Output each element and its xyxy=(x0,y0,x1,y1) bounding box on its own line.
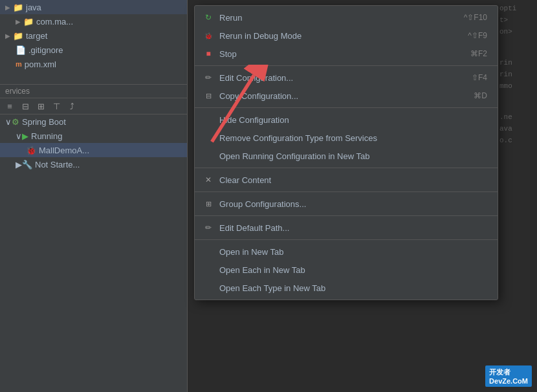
toolbar-btn-1[interactable]: ≡ xyxy=(4,100,16,112)
menu-item-edit-default-path[interactable]: ✏ Edit Default Path... xyxy=(195,219,498,240)
edit-default-path-icon: ✏ xyxy=(203,222,214,234)
arrow-icon: ▶ xyxy=(16,18,21,25)
tree-item-pom-label: pom.xml xyxy=(25,60,56,69)
rerun-debug-icon: 🐞 xyxy=(203,30,214,41)
folder-icon-com: 📁 xyxy=(23,17,34,27)
group-configs-label: Group Configurations... xyxy=(219,199,487,209)
tree-item-com-label: com.ma... xyxy=(36,17,73,27)
stop-label: Stop xyxy=(219,49,451,59)
remove-config-type-label: Remove Configuration Type from Services xyxy=(219,133,487,143)
open-each-new-tab-label: Open Each in New Tab xyxy=(219,265,487,275)
open-running-label: Open Running Configuration in New Tab xyxy=(219,151,487,161)
rerun-debug-label: Rerun in Debug Mode xyxy=(219,31,448,41)
toolbar-btn-3[interactable]: ⊞ xyxy=(35,100,47,112)
toolbar-btn-filter[interactable]: ⊤ xyxy=(50,100,62,112)
mall-demo-icon: 🐞 xyxy=(26,146,36,155)
menu-item-open-running[interactable]: Open Running Configuration in New Tab xyxy=(195,147,498,168)
tree-item-com[interactable]: ▶ 📁 com.ma... xyxy=(0,14,187,28)
edit-config-label: Edit Configuration... xyxy=(219,73,452,83)
copy-config-icon: ⊟ xyxy=(203,90,214,102)
code-lines: opti t> on> rin rin mmo .ne ava o.c xyxy=(498,0,537,149)
menu-item-open-new-tab[interactable]: Open in New Tab xyxy=(195,243,498,261)
remove-config-type-icon xyxy=(203,132,214,144)
tree-item-gitignore-label: .gitignore xyxy=(28,45,63,55)
arrow-icon: ▶ xyxy=(5,4,10,11)
left-panel: ▶ 📁 java ▶ 📁 com.ma... ▶ 📁 target 📄 .git… xyxy=(0,0,188,392)
edit-config-icon: ✏ xyxy=(203,72,214,83)
menu-item-edit-config[interactable]: ✏ Edit Configuration... ⇧F4 xyxy=(195,69,498,87)
tree-item-pom[interactable]: m pom.xml xyxy=(0,57,187,71)
stop-shortcut: ⌘F2 xyxy=(470,49,487,58)
watermark-line2: DevZe.CoM xyxy=(489,377,528,385)
group-configs-icon: ⊞ xyxy=(203,198,214,210)
toolbar-btn-2[interactable]: ⊟ xyxy=(19,100,31,112)
watermark: 开发者 DevZe.CoM xyxy=(485,365,532,387)
rerun-debug-shortcut: ^⇧F9 xyxy=(468,31,487,40)
copy-config-label: Copy Configuration... xyxy=(219,91,454,101)
rerun-label: Rerun xyxy=(219,13,444,23)
open-each-type-new-tab-icon xyxy=(203,282,214,294)
clear-content-icon: ✕ xyxy=(203,174,214,186)
mall-demo-label: MallDemoA... xyxy=(39,146,89,155)
services-label: ervices xyxy=(0,84,187,98)
open-new-tab-label: Open in New Tab xyxy=(219,247,487,257)
menu-item-hide-config[interactable]: Hide Configuration xyxy=(195,111,498,129)
watermark-line1: 开发者 xyxy=(489,367,528,377)
tree-item-java-label: java xyxy=(26,3,41,12)
menu-item-open-each-new-tab[interactable]: Open Each in New Tab xyxy=(195,261,498,279)
rerun-shortcut: ^⇧F10 xyxy=(464,13,487,22)
spring-boot-item[interactable]: ∨ ⚙ Spring Boot xyxy=(0,114,187,129)
clear-content-label: Clear Content xyxy=(219,175,487,185)
edit-default-path-label: Edit Default Path... xyxy=(219,223,487,233)
toolbar-btn-export[interactable]: ⤴ xyxy=(66,100,78,112)
tree-item-target[interactable]: ▶ 📁 target xyxy=(0,28,187,43)
right-panel: opti t> on> rin rin mmo .ne ava o.c xyxy=(498,0,537,392)
arrow-running: ∨ xyxy=(16,131,22,141)
not-started-label: Not Starte... xyxy=(35,160,80,169)
run-icon: ▶ xyxy=(22,131,28,141)
services-toolbar: ≡ ⊟ ⊞ ⊤ ⤴ xyxy=(0,98,187,114)
menu-item-clear-content[interactable]: ✕ Clear Content xyxy=(195,171,498,192)
mall-demo-item[interactable]: 🐞 MallDemoA... xyxy=(0,143,187,157)
menu-item-rerun[interactable]: ↻ Rerun ^⇧F10 xyxy=(195,8,498,27)
stop-icon: ■ xyxy=(203,48,214,60)
hide-config-label: Hide Configuration xyxy=(219,115,487,125)
arrow-icon-target: ▶ xyxy=(5,32,10,39)
spring-boot-icon: ⚙ xyxy=(12,117,19,127)
menu-item-copy-config[interactable]: ⊟ Copy Configuration... ⌘D xyxy=(195,87,498,108)
open-each-new-tab-icon xyxy=(203,264,214,276)
context-menu: ↻ Rerun ^⇧F10 🐞 Rerun in Debug Mode ^⇧F9… xyxy=(194,5,498,300)
menu-item-group-configs[interactable]: ⊞ Group Configurations... xyxy=(195,195,498,216)
copy-config-shortcut: ⌘D xyxy=(474,91,487,100)
menu-item-stop[interactable]: ■ Stop ⌘F2 xyxy=(195,45,498,66)
spring-boot-label: Spring Boot xyxy=(22,117,66,127)
open-running-icon xyxy=(203,150,214,162)
open-new-tab-icon xyxy=(203,246,214,257)
tree-item-target-label: target xyxy=(26,31,47,41)
tree-item-gitignore[interactable]: 📄 .gitignore xyxy=(0,43,187,57)
folder-icon: 📁 xyxy=(13,3,23,12)
not-started-item[interactable]: ▶ 🔧 Not Starte... xyxy=(0,157,187,171)
gitignore-icon: 📄 xyxy=(16,45,26,55)
menu-item-open-each-type-new-tab[interactable]: Open Each Type in New Tab xyxy=(195,279,498,297)
running-label: Running xyxy=(31,131,62,141)
edit-config-shortcut: ⇧F4 xyxy=(472,73,487,82)
tree-item-java[interactable]: ▶ 📁 java xyxy=(0,0,187,14)
hide-config-icon xyxy=(203,114,214,125)
menu-item-remove-config-type[interactable]: Remove Configuration Type from Services xyxy=(195,129,498,147)
wrench-icon: 🔧 xyxy=(22,160,32,169)
pom-icon: m xyxy=(16,60,22,68)
arrow-sb: ∨ xyxy=(5,117,12,127)
arrow-not-started: ▶ xyxy=(16,160,22,169)
open-each-type-new-tab-label: Open Each Type in New Tab xyxy=(219,283,487,293)
folder-icon-target: 📁 xyxy=(13,31,23,41)
rerun-icon: ↻ xyxy=(203,12,214,23)
running-item[interactable]: ∨ ▶ Running xyxy=(0,129,187,143)
menu-item-rerun-debug[interactable]: 🐞 Rerun in Debug Mode ^⇧F9 xyxy=(195,27,498,45)
